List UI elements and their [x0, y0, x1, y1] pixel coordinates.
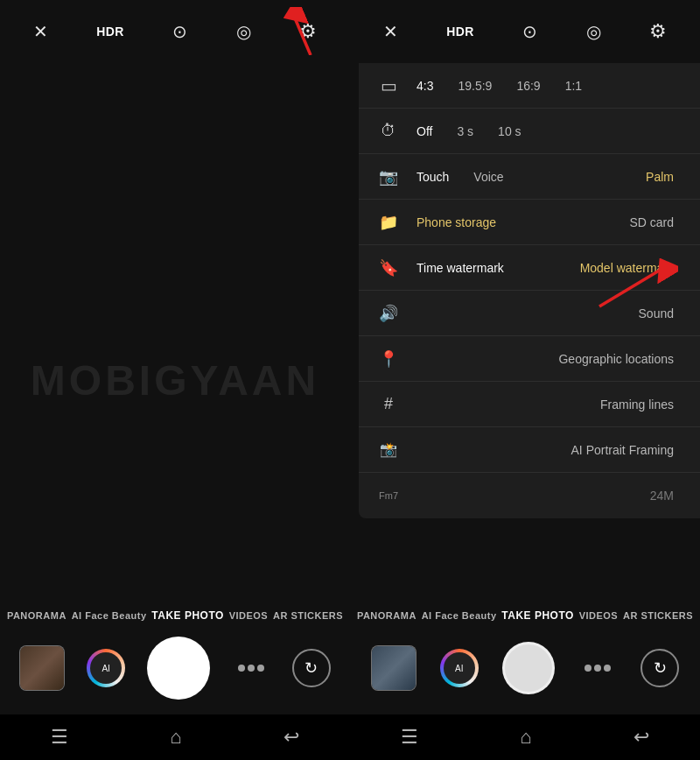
model-watermark[interactable]: Model watermark	[568, 257, 686, 278]
mode-videos-right[interactable]: VIDEOS	[579, 610, 619, 621]
dot3-right	[604, 665, 611, 672]
ai-portrait-option[interactable]: AI Portrait Framing	[559, 440, 686, 461]
hdr-label-left[interactable]: HDR	[96, 25, 124, 39]
timer-row: ⏱ Off 3 s 10 s	[359, 109, 700, 154]
sound-row: 🔊 Sound	[359, 291, 700, 336]
shutter-mode-icon: 📷	[373, 167, 404, 186]
ai-label-left: AI	[102, 664, 109, 673]
mode-videos-left[interactable]: VIDEOS	[229, 610, 269, 621]
dot3-left	[257, 665, 264, 672]
toolbar-left: ✕ HDR ⊙ ◎ ⚙	[0, 0, 350, 63]
resolution-row: Fm7 24M	[359, 473, 700, 518]
phone-storage[interactable]: Phone storage	[404, 212, 508, 233]
shutter-touch[interactable]: Touch	[404, 166, 461, 187]
sd-card[interactable]: SD card	[617, 212, 686, 233]
nav-right: ☰ ⌂ ↩	[350, 714, 700, 760]
hdr-dots-left[interactable]	[232, 649, 270, 687]
storage-options: Phone storage SD card	[404, 212, 686, 233]
mode-bar: PANORAMA AI Face Beauty TAKE PHOTO VIDEO…	[0, 598, 700, 633]
nav-menu-right[interactable]: ☰	[401, 726, 418, 749]
framing-row: # Framing lines	[359, 382, 700, 427]
aspect-ratio-row: ▭ 4:3 19.5:9 16:9 1:1	[359, 63, 700, 109]
storage-icon: 📁	[373, 213, 404, 232]
flash-off-icon-right[interactable]: ✕	[383, 21, 398, 42]
shutter-palm[interactable]: Palm	[634, 166, 686, 187]
dot2-left	[248, 665, 255, 672]
mode-bar-right: PANORAMA AI Face Beauty TAKE PHOTO VIDEO…	[350, 598, 700, 633]
nav-menu-left[interactable]: ☰	[51, 726, 68, 749]
nav-home-right[interactable]: ⌂	[520, 726, 531, 749]
timer-10s[interactable]: 10 s	[486, 121, 533, 142]
geo-icon: 📍	[373, 349, 404, 369]
mode-bar-left: PANORAMA AI Face Beauty TAKE PHOTO VIDEO…	[0, 598, 350, 633]
time-watermark[interactable]: Time watermark	[404, 257, 516, 278]
aspect-ratio-icon: ▭	[373, 75, 404, 96]
nav-back-left[interactable]: ↩	[284, 726, 299, 749]
aspect-ratio-options: 4:3 19.5:9 16:9 1:1	[404, 75, 686, 96]
nav-bar: ☰ ⌂ ↩ ☰ ⌂ ↩	[0, 714, 700, 760]
mode-take-photo-right[interactable]: TAKE PHOTO	[501, 609, 574, 622]
flip-icon-left: ↻	[304, 658, 318, 678]
timer-off[interactable]: Off	[404, 121, 444, 142]
flip-camera-right[interactable]: ↻	[640, 649, 679, 687]
settings-panel: ▭ 4:3 19.5:9 16:9 1:1 ⏱ Off 3 s 10 s 📷 T…	[359, 63, 700, 518]
aspect-19-5-9[interactable]: 19.5:9	[445, 75, 504, 96]
mode-panorama-left[interactable]: PANORAMA	[7, 610, 66, 621]
ai-label-right: AI	[455, 664, 463, 673]
sound-icon: 🔊	[373, 304, 404, 323]
shutter-options: Touch Voice Palm	[404, 166, 686, 187]
framing-option[interactable]: Framing lines	[588, 394, 686, 415]
resolution-icon: Fm7	[373, 490, 404, 501]
thumbnail-image-left	[20, 646, 64, 690]
resolution-options: 24M	[404, 485, 686, 506]
portrait-icon-right[interactable]: ⊙	[522, 21, 537, 42]
storage-row: 📁 Phone storage SD card	[359, 200, 700, 245]
settings-icon-left[interactable]: ⚙	[299, 20, 317, 43]
shutter-button-right[interactable]	[502, 642, 555, 694]
flip-camera-left[interactable]: ↻	[292, 649, 331, 687]
watermark-row: 🔖 Time watermark Model watermark	[359, 245, 700, 291]
watermark: MOBIGYAAN	[31, 356, 319, 405]
sound-option[interactable]: Sound	[626, 303, 686, 324]
aspect-4-3[interactable]: 4:3	[404, 75, 445, 96]
ai-camera-icon-right[interactable]: AI	[440, 649, 479, 687]
sound-options: Sound	[404, 303, 686, 324]
thumbnail-right[interactable]	[371, 645, 416, 691]
nav-home-left[interactable]: ⌂	[170, 726, 181, 749]
thumbnail-left[interactable]	[19, 645, 65, 691]
shutter-icon-left[interactable]: ◎	[236, 21, 251, 42]
shutter-voice[interactable]: Voice	[461, 166, 515, 187]
aspect-16-9[interactable]: 16:9	[504, 75, 552, 96]
controls-left: AI ↻	[0, 629, 350, 707]
ai-camera-icon-left[interactable]: AI	[87, 649, 125, 687]
timer-options: Off 3 s 10 s	[404, 121, 686, 142]
flash-off-icon-left[interactable]: ✕	[33, 21, 48, 42]
portrait-icon-left[interactable]: ⊙	[172, 21, 187, 42]
flip-icon-right: ↻	[654, 658, 667, 678]
mode-ar-right[interactable]: AR STICKERS	[623, 610, 693, 621]
dot1-right	[584, 665, 592, 672]
toolbar-right: ✕ HDR ⊙ ◎ ⚙	[350, 0, 700, 63]
watermark-options: Time watermark Model watermark	[404, 257, 686, 278]
mode-take-photo-left[interactable]: TAKE PHOTO	[151, 609, 224, 622]
mode-ai-face-left[interactable]: AI Face Beauty	[72, 610, 147, 621]
aspect-1-1[interactable]: 1:1	[553, 75, 594, 96]
framing-options: Framing lines	[404, 394, 686, 415]
hdr-label-right[interactable]: HDR	[446, 25, 474, 39]
settings-icon-right[interactable]: ⚙	[649, 20, 667, 43]
geo-option[interactable]: Geographic locations	[546, 348, 686, 369]
ai-portrait-icon: 📸	[373, 441, 404, 458]
timer-icon: ⏱	[373, 122, 404, 140]
resolution-option[interactable]: 24M	[638, 485, 686, 506]
shutter-icon-right[interactable]: ◎	[586, 21, 601, 42]
shutter-row: 📷 Touch Voice Palm	[359, 154, 700, 200]
mode-ar-left[interactable]: AR STICKERS	[273, 610, 343, 621]
mode-ai-face-right[interactable]: AI Face Beauty	[422, 610, 497, 621]
timer-3s[interactable]: 3 s	[444, 121, 486, 142]
controls-right: AI ↻	[350, 629, 700, 707]
ai-icon-inner-right: AI	[444, 652, 475, 684]
nav-back-right[interactable]: ↩	[634, 726, 649, 749]
hdr-dots-right[interactable]	[578, 649, 617, 687]
mode-panorama-right[interactable]: PANORAMA	[357, 610, 416, 621]
shutter-button-left[interactable]	[147, 637, 210, 700]
